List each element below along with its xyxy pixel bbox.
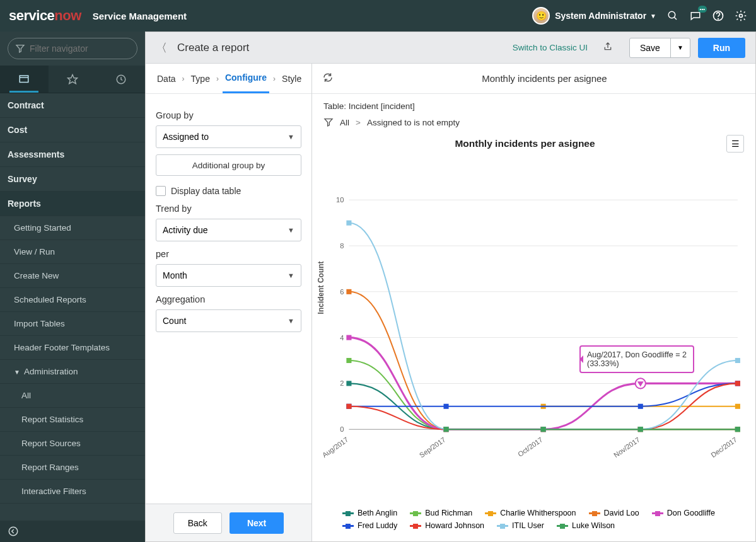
legend-item[interactable]: Fred Luddy (342, 521, 397, 530)
chart-menu-icon[interactable]: ☰ (726, 135, 744, 153)
nav-sub-report-sources[interactable]: Report Sources (0, 432, 145, 456)
nav-item-assessments[interactable]: Assessments (0, 142, 145, 167)
filter-condition[interactable]: Assigned to is not empty (367, 118, 460, 127)
group-by-select[interactable]: Assigned to ▼ (156, 125, 301, 148)
switch-classic-link[interactable]: Switch to Classic UI (513, 43, 588, 52)
nav-item-survey[interactable]: Survey (0, 167, 145, 192)
nav-sub-import-tables[interactable]: Import Tables (0, 312, 145, 336)
chevron-down-icon: ▼ (288, 317, 294, 325)
svg-point-4 (740, 14, 743, 18)
user-name[interactable]: System Administrator (555, 11, 646, 21)
logo-text-2: now (54, 8, 81, 23)
svg-marker-7 (68, 74, 78, 83)
nav-tab-favorites[interactable] (49, 66, 97, 93)
help-icon[interactable] (712, 9, 724, 22)
legend-item[interactable]: David Loo (589, 509, 639, 517)
filter-all[interactable]: All (340, 118, 349, 127)
back-button[interactable]: Back (173, 512, 222, 534)
legend-swatch (342, 512, 354, 514)
next-button[interactable]: Next (230, 512, 284, 534)
nav-tab-apps[interactable] (0, 66, 49, 93)
config-tabs: Data›Type›Configure›Style (146, 64, 311, 94)
nav-sub-view-run[interactable]: View / Run (0, 240, 145, 264)
tab-style[interactable]: Style (279, 65, 304, 93)
left-nav: ContractCostAssessmentsSurveyReportsGett… (0, 32, 145, 542)
nav-group-administration[interactable]: ▼Administration (0, 360, 145, 384)
svg-text:Dec/2017: Dec/2017 (709, 435, 738, 459)
refresh-icon[interactable] (322, 72, 334, 86)
per-select[interactable]: Month ▼ (156, 264, 301, 287)
legend-item[interactable]: Don Goodliffe (652, 509, 715, 517)
filter-navigator-input[interactable] (8, 38, 137, 59)
trend-by-select[interactable]: Activity due ▼ (156, 219, 301, 241)
tab-data[interactable]: Data (154, 65, 178, 93)
gear-icon[interactable] (735, 9, 747, 22)
svg-rect-57 (735, 381, 740, 386)
collapse-nav-icon[interactable] (8, 526, 19, 537)
line-chart: 0246810Aug/2017Sep/2017Oct/2017Nov/2017D… (323, 158, 744, 504)
nav-sub-report-ranges[interactable]: Report Ranges (0, 456, 145, 480)
nav-sub-scheduled-reports[interactable]: Scheduled Reports (0, 288, 145, 312)
chart-panel: Monthly incidents per asignee Table: Inc… (312, 64, 755, 541)
share-icon[interactable] (603, 42, 613, 54)
svg-text:Nov/2017: Nov/2017 (612, 435, 641, 459)
svg-rect-63 (443, 427, 448, 432)
chart-legend: Beth AnglinBud RichmanCharlie Whitherspo… (323, 504, 744, 530)
legend-item[interactable]: Howard Johnson (410, 521, 484, 530)
avatar[interactable]: 🙂 (532, 7, 550, 25)
chat-badge: ••• (698, 6, 707, 13)
svg-rect-50 (443, 404, 448, 409)
legend-item[interactable]: Luke Wilson (557, 521, 615, 530)
run-button[interactable]: Run (698, 38, 745, 58)
nav-tab-history[interactable] (96, 66, 145, 93)
svg-rect-62 (735, 358, 740, 363)
svg-text:4: 4 (340, 334, 344, 342)
star-icon (67, 74, 78, 85)
legend-swatch (652, 512, 663, 514)
svg-rect-39 (346, 289, 351, 294)
additional-group-button[interactable]: Additional group by (156, 154, 301, 176)
search-icon[interactable] (666, 9, 679, 22)
user-menu-caret-icon[interactable]: ▼ (650, 13, 656, 20)
nav-item-contract[interactable]: Contract (0, 93, 145, 118)
display-table-checkbox[interactable] (156, 186, 166, 196)
aggregation-select[interactable]: Count ▼ (156, 309, 301, 332)
nav-sub-interactive-filters[interactable]: Interactive Filters (0, 480, 145, 504)
svg-text:8: 8 (340, 242, 344, 250)
nav-sub-report-statistics[interactable]: Report Statistics (0, 408, 145, 432)
nav-item-reports[interactable]: Reports (0, 192, 145, 216)
svg-rect-27 (346, 381, 351, 386)
legend-swatch (410, 525, 421, 527)
svg-text:Sep/2017: Sep/2017 (418, 435, 447, 459)
funnel-icon[interactable] (323, 117, 334, 127)
chevron-right-icon: › (216, 74, 219, 83)
chat-icon[interactable]: ••• (689, 9, 702, 22)
svg-point-9 (9, 527, 18, 536)
legend-label: Beth Anglin (358, 509, 397, 517)
nav-item-cost[interactable]: Cost (0, 118, 145, 142)
back-icon[interactable]: 〈 (156, 40, 167, 55)
per-label: per (156, 249, 301, 259)
logo-text-1: service (9, 8, 54, 23)
nav-sub-header-footer-templates[interactable]: Header Footer Templates (0, 336, 145, 360)
legend-swatch (485, 512, 496, 514)
legend-item[interactable]: Charlie Whitherspoon (485, 509, 576, 517)
svg-rect-38 (735, 404, 740, 409)
page-title: Create a report (177, 42, 505, 54)
legend-item[interactable]: Bud Richman (410, 509, 472, 517)
nav-sub-all[interactable]: All (0, 384, 145, 408)
legend-label: Charlie Whitherspoon (500, 509, 576, 517)
legend-label: Bud Richman (425, 509, 472, 517)
nav-sub-getting-started[interactable]: Getting Started (0, 216, 145, 240)
save-dropdown-icon[interactable]: ▼ (671, 44, 690, 51)
legend-item[interactable]: ITIL User (497, 521, 544, 530)
nav-sub-create-new[interactable]: Create New (0, 264, 145, 288)
tooltip-line1: Aug/2017, Don Goodliffe = 2 (587, 350, 687, 359)
tab-type[interactable]: Type (189, 65, 212, 93)
tab-configure[interactable]: Configure (223, 64, 269, 93)
svg-rect-51 (638, 404, 643, 409)
legend-item[interactable]: Beth Anglin (342, 509, 397, 517)
save-button[interactable]: Save ▼ (629, 38, 690, 58)
aggregation-label: Aggregation (156, 294, 301, 304)
svg-rect-58 (346, 221, 351, 226)
